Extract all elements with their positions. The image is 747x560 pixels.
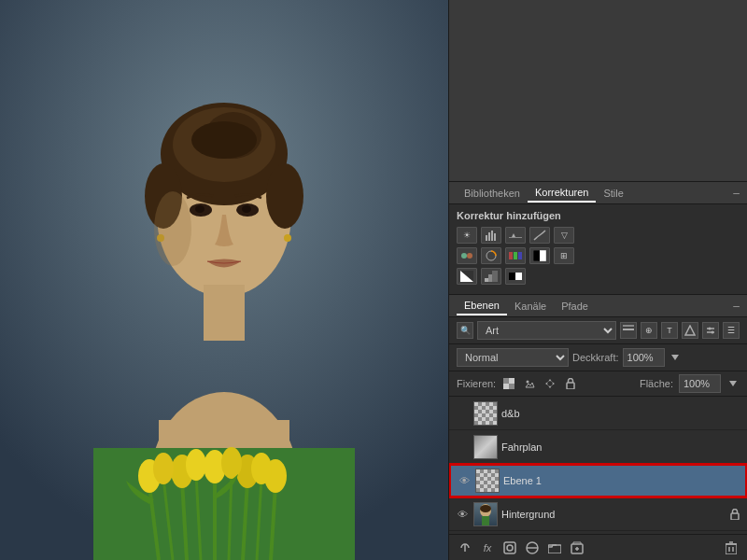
svg-point-22 xyxy=(251,453,272,484)
layer-thumb-hintergrund xyxy=(473,502,498,526)
adjustment-icon[interactable] xyxy=(702,322,719,339)
tab-bibliotheken[interactable]: Bibliotheken xyxy=(457,185,528,202)
posterize-icon[interactable] xyxy=(481,268,501,285)
svg-point-20 xyxy=(186,449,206,481)
curves-icon[interactable] xyxy=(529,227,550,244)
layer-visibility-ebene1[interactable]: 👁 xyxy=(457,473,472,488)
svg-rect-56 xyxy=(488,274,492,282)
svg-rect-81 xyxy=(731,513,739,520)
svg-rect-47 xyxy=(509,252,513,259)
tab-korrekturen[interactable]: Korrekturen xyxy=(528,184,596,203)
exposure-icon[interactable]: ▽ xyxy=(554,227,574,244)
bw-icon[interactable] xyxy=(529,247,550,264)
fix-image-icon[interactable] xyxy=(522,376,537,391)
fix-lock-icon[interactable] xyxy=(563,376,578,391)
svg-point-66 xyxy=(709,328,712,330)
levels-icon[interactable] xyxy=(505,227,526,244)
svg-marker-68 xyxy=(671,355,679,360)
layer-item-hintergrund[interactable]: 👁 Hintergrund xyxy=(449,497,747,531)
layer-name-db: d&b xyxy=(501,408,741,419)
layer-visibility-hintergrund[interactable]: 👁 xyxy=(455,507,470,522)
svg-point-29 xyxy=(266,163,303,229)
smart-filter-icon[interactable]: ☰ xyxy=(723,322,740,339)
opacity-label: Deckkraft: xyxy=(572,352,619,363)
fx-icon[interactable]: fx xyxy=(479,539,496,556)
svg-point-44 xyxy=(461,253,467,259)
add-mask-icon[interactable] xyxy=(501,539,518,556)
bottom-toolbar: fx xyxy=(449,534,747,560)
layer-thumb-ebene1 xyxy=(475,469,500,493)
shape-icon[interactable] xyxy=(682,322,698,339)
svg-rect-91 xyxy=(726,544,737,554)
tab-ebenen[interactable]: Ebenen xyxy=(457,297,507,315)
layer-visibility-db[interactable]: 👁 xyxy=(455,406,470,421)
search-icon: 🔍 xyxy=(457,322,473,339)
svg-point-79 xyxy=(480,505,491,512)
top-gray-area xyxy=(449,0,747,182)
layer-name-fahrplan: Fahrplan xyxy=(501,441,741,453)
portrait-svg xyxy=(0,0,448,560)
svg-point-73 xyxy=(527,381,529,384)
svg-marker-75 xyxy=(545,382,555,385)
new-group-icon[interactable] xyxy=(546,539,563,556)
panel-close-button[interactable]: – xyxy=(733,187,740,200)
flache-dropdown-icon[interactable] xyxy=(726,377,740,390)
layer-name-ebene1: Ebene 1 xyxy=(503,475,740,486)
new-layer-icon[interactable] xyxy=(620,322,637,339)
hue-saturation-icon[interactable] xyxy=(481,247,501,264)
tab-pfade[interactable]: Pfade xyxy=(554,298,596,315)
svg-rect-60 xyxy=(623,329,634,330)
layer-item-db[interactable]: 👁 d&b xyxy=(449,397,747,430)
invert-icon[interactable] xyxy=(457,268,477,285)
main-layout: Bibliotheken Korrekturen Stile – Korrekt… xyxy=(0,0,747,560)
korrektur-icons-row2: ⊞ xyxy=(457,247,740,264)
blend-mode-row: Normal Deckkraft: xyxy=(449,344,747,371)
svg-point-21 xyxy=(221,447,242,479)
layer-name-hintergrund: Hintergrund xyxy=(501,509,726,520)
layer-thumb-db xyxy=(473,401,498,426)
svg-marker-77 xyxy=(729,381,737,386)
blend-mode-select[interactable]: Normal xyxy=(457,348,569,367)
layer-visibility-fahrplan[interactable]: 👁 xyxy=(455,440,470,455)
svg-point-37 xyxy=(154,191,191,266)
layer-mode-icon[interactable]: ⊕ xyxy=(641,322,657,339)
histogram-icon[interactable] xyxy=(481,227,501,244)
text-icon[interactable]: T xyxy=(661,322,678,339)
filter-select[interactable]: Art xyxy=(477,321,616,340)
grid-icon[interactable]: ⊞ xyxy=(554,247,574,264)
svg-point-33 xyxy=(242,205,251,213)
svg-rect-41 xyxy=(494,233,496,241)
tab-stile[interactable]: Stile xyxy=(596,185,630,202)
svg-point-32 xyxy=(195,205,204,213)
ebenen-tab-bar: Ebenen Kanäle Pfade – xyxy=(449,295,747,317)
svg-rect-40 xyxy=(491,231,493,241)
svg-rect-72 xyxy=(509,384,514,389)
link-layers-icon[interactable] xyxy=(457,539,473,556)
svg-rect-83 xyxy=(504,542,515,553)
svg-rect-55 xyxy=(485,278,488,282)
fix-transparent-icon[interactable] xyxy=(501,376,516,391)
fix-move-icon[interactable] xyxy=(543,376,557,391)
layer-item-fahrplan[interactable]: 👁 Fahrplan xyxy=(449,430,747,464)
opacity-input[interactable] xyxy=(623,348,665,367)
layers-list: 👁 d&b 👁 Fahrplan 👁 Ebene 1 👁 xyxy=(449,397,747,534)
brightness-icon[interactable]: ☀ xyxy=(457,227,477,244)
flache-input[interactable] xyxy=(679,374,721,393)
opacity-dropdown-icon[interactable] xyxy=(669,351,682,364)
korrektur-section: Korrektur hinzufügen ☀ ▽ xyxy=(449,204,747,295)
delete-layer-icon[interactable] xyxy=(723,539,740,556)
korrektur-icons-row3 xyxy=(457,268,740,285)
tab-kanaele[interactable]: Kanäle xyxy=(507,298,554,315)
right-panel: Bibliotheken Korrekturen Stile – Korrekt… xyxy=(448,0,747,560)
threshold-icon[interactable] xyxy=(505,268,526,285)
adjustment-layer-icon[interactable] xyxy=(524,539,541,556)
ebenen-panel-close[interactable]: – xyxy=(733,300,740,313)
new-layer-bottom-icon[interactable] xyxy=(569,539,585,556)
korrektur-icons-row1: ☀ ▽ xyxy=(457,227,740,244)
layer-item-ebene1[interactable]: 👁 Ebene 1 xyxy=(449,464,747,497)
svg-rect-48 xyxy=(514,252,517,259)
color-balance-icon[interactable] xyxy=(505,247,526,264)
vibrance-icon[interactable] xyxy=(457,247,477,264)
svg-rect-50 xyxy=(533,250,540,261)
svg-rect-62 xyxy=(623,325,634,327)
